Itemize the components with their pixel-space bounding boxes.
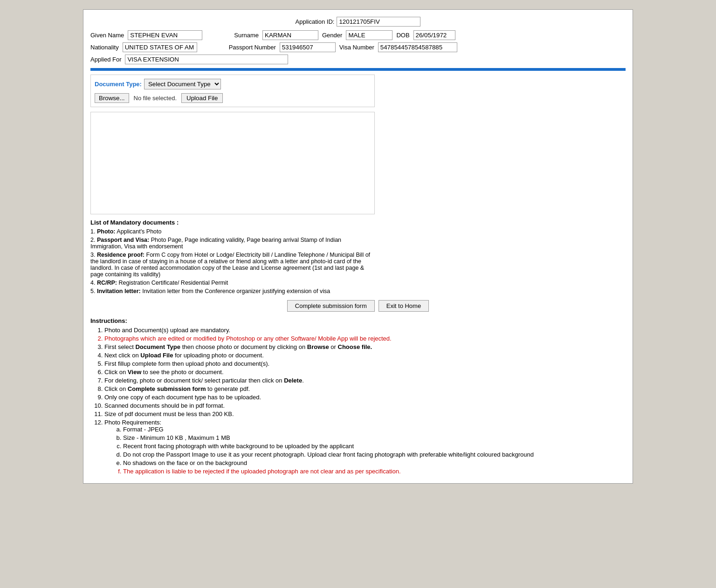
passport-label: Passport Number [229, 44, 276, 51]
mandatory-item-1: 1. Photo: Applicant's Photo [90, 228, 375, 235]
mandatory-title: List of Mandatory documents : [90, 219, 375, 226]
doc-type-label: Document Type: [95, 81, 142, 88]
instructions-section: Instructions: Photo and Document(s) uplo… [90, 317, 626, 475]
mandatory-bold-5: Invitation letter: [97, 288, 141, 294]
gender-input[interactable] [346, 30, 392, 40]
doc-type-row: Document Type: Select Document Type [95, 79, 371, 89]
instruction-12: Photo Requirements: Format - JPEG Size -… [104, 419, 626, 475]
mandatory-num-2: 2. [90, 237, 95, 243]
instructions-title: Instructions: [90, 317, 626, 324]
surname-input[interactable] [262, 30, 318, 40]
mandatory-bold-3: Residence proof: [97, 252, 145, 258]
applied-for-row: Applied For [90, 55, 626, 64]
photo-req-a: Format - JPEG [123, 426, 626, 433]
dob-input[interactable] [413, 30, 455, 40]
no-file-text: No file selected. [134, 95, 177, 102]
button-row: Complete submission form Exit to Home [90, 300, 626, 312]
instruction-7: For deleting, photo or document tick/ se… [104, 377, 626, 384]
photo-req-e: No shadows on the face or on the backgro… [123, 459, 626, 466]
visa-number-input[interactable] [378, 42, 457, 52]
dob-label: DOB [396, 32, 409, 39]
visa-number-label: Visa Number [339, 44, 374, 51]
mandatory-item-2: 2. Passport and Visa: Photo Page, Page i… [90, 237, 375, 250]
browse-button[interactable]: Browse... [95, 93, 129, 103]
instruction-11: Size of pdf document must be less than 2… [104, 410, 626, 417]
applied-for-input[interactable] [125, 55, 288, 64]
mandatory-item-4: 4. RC/RP: Registration Certificate/ Resi… [90, 280, 375, 286]
instructions-list: Photo and Document(s) upload are mandato… [90, 327, 626, 475]
mandatory-text-5: Invitation letter from the Conference or… [142, 288, 330, 294]
given-name-input[interactable] [128, 30, 202, 40]
exit-to-home-button[interactable]: Exit to Home [379, 300, 429, 312]
photo-req-f: The application is liable to be rejected… [123, 468, 626, 475]
instruction-10: Scanned documents should be in pdf forma… [104, 402, 626, 409]
mandatory-num-1: 1. [90, 228, 95, 235]
app-id-row: Application ID: [90, 17, 626, 27]
doc-type-select[interactable]: Select Document Type [144, 79, 221, 89]
mandatory-section: List of Mandatory documents : 1. Photo: … [90, 219, 375, 294]
mandatory-item-5: 5. Invitation letter: Invitation letter … [90, 288, 375, 294]
passport-input[interactable] [280, 42, 336, 52]
app-id-label: Application ID: [296, 18, 335, 25]
surname-label: Surname [234, 32, 259, 39]
instruction-2: Photographs which are edited or modified… [104, 335, 626, 342]
applied-for-label: Applied For [90, 56, 121, 63]
complete-submission-button[interactable]: Complete submission form [287, 300, 375, 312]
instruction-5: First fillup complete form then upload p… [104, 360, 626, 367]
instruction-3: First select Document Type then choose p… [104, 343, 626, 350]
instruction-9: Only one copy of each document type has … [104, 394, 626, 401]
mandatory-bold-1: Photo: [97, 228, 116, 235]
mandatory-bold-4: RC/RP: [97, 280, 117, 286]
photo-req-c: Recent front facing photograph with whit… [123, 443, 626, 450]
mandatory-text-1: Applicant's Photo [117, 228, 161, 235]
nationality-row: Nationality Passport Number Visa Number [90, 42, 626, 52]
app-id-input[interactable] [337, 17, 420, 27]
nationality-label: Nationality [90, 44, 119, 51]
mandatory-text-4: Registration Certificate/ Residential Pe… [118, 280, 228, 286]
mandatory-item-3: 3. Residence proof: Form C copy from Hot… [90, 252, 375, 278]
mandatory-num-5: 5. [90, 288, 95, 294]
instruction-6: Click on View to see the photo or docume… [104, 369, 626, 376]
mandatory-bold-2: Passport and Visa: [97, 237, 149, 243]
name-row: Given Name Surname Gender DOB [90, 30, 626, 40]
given-name-label: Given Name [90, 32, 124, 39]
upload-preview-area [90, 112, 375, 214]
nationality-input[interactable] [123, 42, 197, 52]
photo-req-b: Size - Minimum 10 KB , Maximum 1 MB [123, 434, 626, 441]
photo-req-d: Do not crop the Passport Image to use it… [123, 451, 626, 458]
blue-divider [90, 68, 626, 71]
mandatory-num-3: 3. [90, 252, 95, 258]
mandatory-num-4: 4. [90, 280, 95, 286]
instruction-8: Click on Complete submission form to gen… [104, 385, 626, 392]
instruction-4: Next click on Upload File for uploading … [104, 352, 626, 359]
gender-label: Gender [322, 32, 342, 39]
photo-requirements-list: Format - JPEG Size - Minimum 10 KB , Max… [104, 426, 626, 475]
instruction-1: Photo and Document(s) upload are mandato… [104, 327, 626, 334]
main-container: Application ID: Given Name Surname Gende… [83, 9, 633, 484]
browse-row: Browse... No file selected. Upload File [95, 93, 371, 103]
upload-file-button[interactable]: Upload File [181, 93, 223, 103]
upload-section: Document Type: Select Document Type Brow… [90, 75, 375, 107]
